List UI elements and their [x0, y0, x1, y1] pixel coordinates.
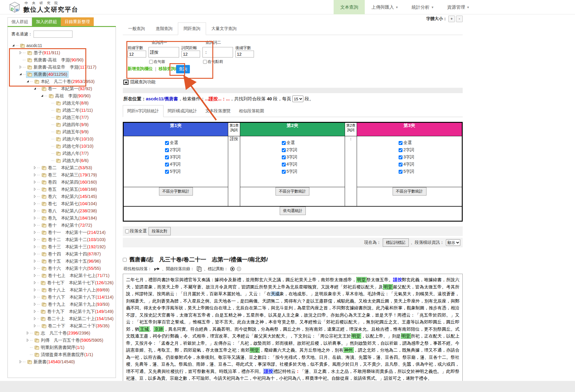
term2-before-period-option[interactable]: 在句點前: [203, 59, 223, 64]
search-submit-button[interactable]: 查詢: [176, 65, 190, 73]
tree-node[interactable]: 高祖 李淵(90/90): [11, 92, 114, 99]
tree-node[interactable]: 列傳 凡一百五十卷(5905/5905): [11, 337, 114, 344]
clip3-nosplit-stats-button[interactable]: 不區分字數統計: [393, 187, 426, 196]
nav-item-文本查詢[interactable]: 文本查詢: [334, 0, 365, 14]
search-tab-大量文字查詢[interactable]: 大量文字查詢: [206, 23, 242, 35]
search-tab-一般查詢[interactable]: 一般查詢: [123, 23, 150, 35]
tree-node[interactable]: 卷十三 本紀第十三(192/192): [11, 243, 114, 250]
tree-node[interactable]: 武德五年(9/9): [11, 128, 114, 135]
ngram-checkbox-3字詞[interactable]: 3字詞: [165, 154, 187, 161]
open-catalog-icon[interactable]: [196, 266, 202, 272]
sidebar-tab-加入的群組[interactable]: 加入的群組: [32, 17, 61, 26]
tree-node[interactable]: 卷三 本紀第三(179/179): [11, 171, 114, 178]
result-tab-間距構成詞統計[interactable]: 間距構成詞統計: [164, 105, 201, 117]
marked-term[interactable]: 明堂: [250, 347, 260, 353]
tree-node[interactable]: 卷一 本紀第一(92/92): [11, 85, 114, 92]
ngram-checkbox-3字詞[interactable]: 3字詞: [399, 154, 420, 161]
ngram-checkbox-全選[interactable]: 全選: [165, 139, 187, 146]
checkbox[interactable]: [165, 170, 169, 174]
ngram-checkbox-2字詞[interactable]: 2字詞: [165, 146, 187, 154]
ngram-checkbox-5字詞[interactable]: 5字詞: [399, 168, 420, 175]
sidebar-tab-目錄重新整理[interactable]: 目錄重新整理: [61, 17, 94, 26]
tree-node[interactable]: 武德四年(9/9): [11, 121, 114, 128]
search-tab-進階查詢[interactable]: 進階查詢: [150, 23, 178, 35]
before-period-checkbox[interactable]: [203, 60, 207, 64]
ngram-checkbox-4字詞[interactable]: 4字詞: [399, 161, 420, 168]
tree-node[interactable]: 卷十七上 本紀第十七上(71/71): [11, 272, 114, 279]
fontsize-minus-button[interactable]: -: [456, 16, 463, 22]
query-term[interactable]: 謹按: [393, 277, 402, 282]
fontsize-plus-button[interactable]: +: [448, 16, 455, 22]
tree-node[interactable]: 舊唐書-高祖 李淵(90/90): [11, 56, 114, 63]
tree-node[interactable]: 武德九年(6/6): [11, 157, 114, 164]
tree-node[interactable]: 卷十七下 本紀第十七下(126/126): [11, 279, 114, 286]
marked-term[interactable]: 明堂: [351, 333, 361, 339]
tree-node[interactable]: 武德元年(8/8): [11, 99, 114, 107]
sentence-start-checkbox[interactable]: [149, 60, 153, 64]
checkbox[interactable]: [165, 163, 169, 167]
tree-node[interactable]: 本紀 凡二十卷(2953/2953): [11, 78, 114, 85]
tree-node[interactable]: 卷八 本紀第八(238/238): [11, 207, 114, 214]
header-info-select[interactable]: 顯示: [446, 239, 460, 246]
tree-node[interactable]: 卷二 本紀第二(53/53): [11, 164, 114, 171]
checkbox[interactable]: [282, 141, 286, 145]
mark-hidden-icon[interactable]: [237, 267, 241, 271]
select-all-paragraphs[interactable]: 段落全選: [125, 228, 147, 234]
checkbox[interactable]: [399, 141, 402, 145]
tree-node[interactable]: 卷十八上 本紀第十八上(69/69): [11, 286, 114, 293]
marked-term[interactable]: 明堂: [383, 284, 393, 290]
ngram-checkbox-5字詞[interactable]: 5字詞: [165, 168, 187, 175]
tree-node[interactable]: 卷十 本紀第十(72/72): [11, 222, 114, 229]
tree-node[interactable]: 卷五 本紀第五(168/168): [11, 186, 114, 193]
tree-node[interactable]: 卷十九下 本紀第十九下(149/149): [11, 308, 114, 315]
query-term2-input[interactable]: [202, 47, 233, 57]
stats-by-selection-button[interactable]: 依勾選統計: [280, 207, 306, 215]
checkbox[interactable]: [399, 148, 402, 152]
tree-node[interactable]: 卷四 本紀第四(160/160): [11, 178, 114, 186]
tree-node[interactable]: 新唐書(14540/14540): [11, 358, 114, 365]
query-hit-colon[interactable]: ：: [296, 369, 300, 374]
result-tab-文本段落瀏覽[interactable]: 文本段落瀏覽: [201, 105, 235, 117]
per-page-select[interactable]: 15: [292, 96, 303, 102]
tree-node[interactable]: 清懼盈齋本舊唐書院序(1/1): [11, 351, 114, 358]
tree-node[interactable]: 卷十四 本紀第十四(87/87): [11, 250, 114, 258]
tree-node[interactable]: 卷二十上 本紀第二十上(154/154): [11, 315, 114, 322]
checkbox[interactable]: [282, 170, 286, 174]
suffix-count-input[interactable]: [235, 51, 254, 57]
tree-node[interactable]: 卷十九上 本紀第十九上(93/93): [11, 301, 114, 308]
tree-node[interactable]: 武德三年(7/7): [11, 114, 114, 121]
result-tab-相似段落範圍[interactable]: 相似段落範圍: [235, 105, 268, 117]
checkbox[interactable]: [399, 155, 402, 159]
checkbox[interactable]: [165, 155, 169, 159]
paragraph-checkbox[interactable]: [123, 258, 127, 262]
tree-node[interactable]: 志 凡三十卷(2396/2396): [11, 329, 114, 337]
select-all-checkbox[interactable]: [125, 229, 129, 233]
tree-node[interactable]: 卷六 本紀第六(145/145): [11, 193, 114, 200]
ngram-checkbox-4字詞[interactable]: 4字詞: [282, 161, 303, 168]
query-hit-term[interactable]: 謹按: [263, 369, 273, 374]
ngram-checkbox-全選[interactable]: 全選: [282, 139, 303, 146]
query-term1-input[interactable]: [149, 47, 179, 57]
tree-node[interactable]: 卷七 本紀第七(104/104): [11, 200, 114, 207]
ngram-checkbox-2字詞[interactable]: 2字詞: [282, 146, 303, 154]
nav-item-資源管理[interactable]: 資源管理▼: [441, 0, 476, 14]
tree-node[interactable]: 武德七年(10/10): [11, 143, 114, 150]
checkbox[interactable]: [399, 163, 402, 167]
checkbox[interactable]: [282, 163, 286, 167]
nav-item-統計分析[interactable]: 統計分析▼: [405, 0, 441, 14]
marked-term[interactable]: 明堂: [401, 333, 411, 339]
tree-node[interactable]: 卷十八下 本紀第十八下(114/114): [11, 293, 114, 301]
find-similar-icon[interactable]: [154, 267, 160, 271]
ngram-checkbox-2字詞[interactable]: 2字詞: [399, 146, 420, 154]
marked-term[interactable]: 王城: [139, 326, 149, 332]
checkbox[interactable]: [282, 148, 286, 152]
term1-sentence-start-option[interactable]: 在句首: [149, 59, 165, 64]
marked-term-mode-button[interactable]: 標記詞標記: [383, 238, 409, 247]
result-tab-間距n字詞頻統計[interactable]: 間距n字詞頻統計: [123, 105, 164, 117]
add-query-field-link[interactable]: 新增查詢欄位: [128, 66, 153, 72]
marked-term[interactable]: 明堂: [356, 277, 367, 282]
tree-node[interactable]: 卷十二 本紀第十二(103/103): [11, 236, 114, 243]
mark-visible-icon[interactable]: [230, 267, 235, 271]
marked-term[interactable]: 神州: [344, 347, 353, 353]
tree-node[interactable]: 舊唐書(40/11256): [11, 71, 114, 78]
